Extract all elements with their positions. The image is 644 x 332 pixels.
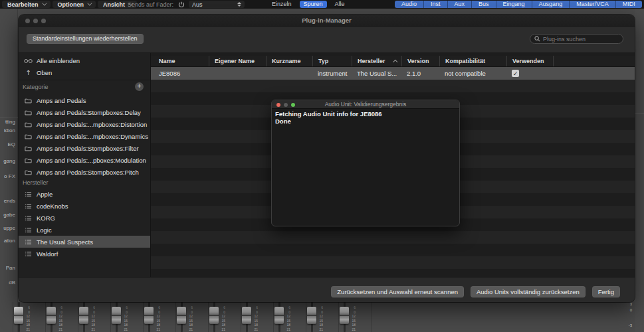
column-header-version[interactable]: Version bbox=[401, 56, 439, 66]
mixer-faders: 3 0 -3 601215182160121518216012151821601… bbox=[0, 302, 644, 332]
dialog-log-line: Fetching Audio Unit info for JE8086 bbox=[275, 110, 382, 118]
sidebar-item-category[interactable]: Amps and Pedals:Stompboxes:Filter bbox=[19, 142, 151, 154]
strip-label: EQ bbox=[7, 141, 15, 147]
fader-scale: 6012151821 bbox=[219, 305, 225, 331]
done-button[interactable]: Fertig bbox=[592, 286, 620, 297]
view-button-einzeln[interactable]: Einzeln bbox=[268, 1, 296, 8]
search-field[interactable] bbox=[530, 34, 623, 44]
fader-scale: 6012151821 bbox=[121, 305, 128, 331]
menu-bearbeiten[interactable]: Bearbeiten bbox=[2, 1, 51, 8]
sidebar-item-category[interactable]: Amps and Pedals:...mpboxes:Distortion bbox=[19, 118, 151, 130]
category-section-header: Kategorie bbox=[23, 84, 49, 90]
column-header-kurzname[interactable]: Kurzname bbox=[266, 56, 312, 66]
volume-fader[interactable] bbox=[274, 307, 284, 324]
sidebar-item-category[interactable]: Amps and Pedals:Stompboxes:Pitch bbox=[19, 166, 151, 178]
volume-fader[interactable] bbox=[209, 307, 219, 324]
filter-master-vca[interactable]: Master/VCA bbox=[569, 1, 615, 8]
fader-scale-label: 21 bbox=[88, 327, 95, 332]
strip-label: Pan bbox=[6, 265, 15, 271]
checkmark-icon: ✓ bbox=[513, 70, 518, 77]
filter-aux[interactable]: Aux bbox=[447, 1, 472, 8]
list-icon bbox=[24, 227, 33, 233]
view-button-spuren[interactable]: Spuren bbox=[300, 1, 327, 8]
rescan-selection-button[interactable]: Zurücksetzen und Auswahl erneut scannen bbox=[331, 286, 464, 297]
table-row-selected[interactable]: JE8086 instrument The Usual S... 2.1.0 n… bbox=[151, 67, 635, 80]
sidebar-item-manufacturer-selected[interactable]: The Usual Suspects bbox=[19, 236, 151, 248]
sidebar-divider bbox=[19, 80, 151, 80]
sends-mode-popup[interactable]: Aus bbox=[189, 1, 245, 8]
cell-version: 2.1.0 bbox=[401, 67, 439, 80]
channel-strip-divider bbox=[241, 302, 241, 332]
sidebar-item-manufacturer[interactable]: Apple bbox=[19, 188, 151, 200]
fader-scale: 6012151821 bbox=[88, 305, 95, 331]
dialog-title: Audio Unit: Validierungsergebnis bbox=[272, 100, 459, 109]
filter-midi[interactable]: MIDI bbox=[615, 1, 642, 8]
strip-label: dB bbox=[9, 280, 15, 286]
volume-fader[interactable] bbox=[79, 307, 88, 324]
arrow-up-icon: ↑ bbox=[24, 69, 33, 76]
column-header-verwenden[interactable]: Verwenden bbox=[506, 56, 553, 66]
menu-optionen[interactable]: Optionen bbox=[53, 1, 96, 8]
sidebar-item-manufacturer[interactable]: codeKnobs bbox=[19, 200, 151, 212]
fader-scale: 6012151821 bbox=[316, 305, 323, 331]
folder-icon bbox=[24, 169, 33, 175]
filter-inst[interactable]: Inst bbox=[423, 1, 447, 8]
volume-fader[interactable] bbox=[340, 307, 349, 324]
filter-audio[interactable]: Audio bbox=[395, 1, 423, 8]
volume-fader[interactable] bbox=[177, 307, 186, 324]
window-titlebar[interactable]: Plug-in-Manager bbox=[19, 15, 635, 27]
sidebar-item-show-all[interactable]: Alle einblenden bbox=[19, 54, 151, 66]
volume-fader[interactable] bbox=[112, 307, 121, 324]
view-button-alle[interactable]: Alle bbox=[331, 1, 349, 8]
sidebar-item-category[interactable]: Amps and Pedals:...pboxes:Modulation bbox=[19, 154, 151, 166]
power-icon[interactable] bbox=[177, 1, 185, 8]
fader-scale-label: 21 bbox=[219, 327, 225, 332]
dialog-titlebar[interactable]: Audio Unit: Validierungsergebnis bbox=[272, 100, 459, 109]
sidebar-item-category[interactable]: Amps and Pedals:Stompboxes:Delay bbox=[19, 106, 151, 118]
strip-label: gang bbox=[3, 158, 15, 164]
channel-strip-divider bbox=[208, 302, 209, 332]
sidebar-item-manufacturer[interactable]: Logic bbox=[19, 224, 151, 236]
volume-fader[interactable] bbox=[242, 307, 251, 324]
column-header-hersteller[interactable]: Hersteller bbox=[352, 56, 401, 66]
filter-bus[interactable]: Bus bbox=[471, 1, 496, 8]
sidebar-item-category[interactable]: Amps and Pedals bbox=[19, 94, 151, 106]
volume-fader[interactable] bbox=[307, 307, 316, 324]
fader-scale: 6012151821 bbox=[23, 305, 30, 331]
volume-fader[interactable] bbox=[47, 307, 56, 324]
volume-fader[interactable] bbox=[14, 307, 23, 324]
fader-scale-label: 3 bbox=[630, 302, 632, 306]
channel-filter-group: Audio Inst Aux Bus Eingang Ausgang Maste… bbox=[395, 1, 642, 8]
chevron-down-icon bbox=[42, 1, 47, 6]
verwenden-checkbox[interactable]: ✓ bbox=[512, 70, 519, 77]
filter-ausgang[interactable]: Ausgang bbox=[532, 1, 570, 8]
fader-scale-label: 21 bbox=[251, 327, 258, 332]
add-category-button[interactable]: + bbox=[135, 82, 144, 91]
full-reset-button[interactable]: Audio Units vollständig zurücksetzen bbox=[471, 286, 586, 297]
column-header-kompatibilitaet[interactable]: Kompatibilität bbox=[439, 56, 506, 66]
window-title: Plug-in-Manager bbox=[19, 15, 635, 27]
search-input[interactable] bbox=[543, 36, 621, 42]
dialog-log: Fetching Audio Unit info for JE8086 Done bbox=[275, 110, 382, 125]
strip-label: uppe bbox=[3, 225, 15, 231]
sidebar-item-manufacturer[interactable]: Waldorf bbox=[19, 248, 151, 260]
sidebar-item-label: Logic bbox=[37, 226, 52, 234]
restore-defaults-button[interactable]: Standardeinstellungen wiederherstellen bbox=[27, 34, 144, 44]
channel-strip-divider bbox=[45, 302, 46, 332]
sidebar-item-category[interactable]: Amps and Pedals:...mpboxes:Dynamics bbox=[19, 130, 151, 142]
filter-eingang[interactable]: Eingang bbox=[496, 1, 532, 8]
column-header-typ[interactable]: Typ bbox=[312, 56, 352, 66]
screen: tting ktion EQ gang o FX ends gabe uppe … bbox=[0, 0, 644, 332]
sort-ascending-icon bbox=[393, 59, 397, 64]
sidebar-item-oben[interactable]: ↑ Oben bbox=[19, 66, 151, 78]
sidebar-item-label: Alle einblenden bbox=[37, 57, 80, 64]
strip-label: gabe bbox=[3, 212, 15, 218]
list-icon bbox=[24, 203, 33, 209]
fader-scale-label: 21 bbox=[349, 327, 356, 332]
view-mode-group: Einzeln Spuren Alle bbox=[268, 1, 349, 8]
mixer-channel-strip-left: tting ktion EQ gang o FX ends gabe uppe … bbox=[0, 9, 18, 332]
volume-fader[interactable] bbox=[144, 307, 154, 324]
sidebar-item-manufacturer[interactable]: KORG bbox=[19, 212, 151, 224]
column-header-eigener-name[interactable]: Eigener Name bbox=[209, 56, 266, 66]
column-header-name[interactable]: Name bbox=[151, 56, 209, 66]
